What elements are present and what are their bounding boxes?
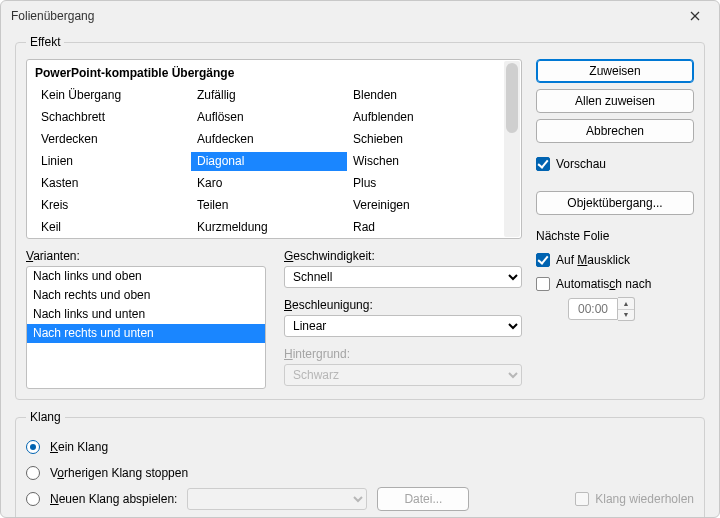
sound-none-label: Kein Klang (50, 440, 108, 454)
sound-stop-prev-radio[interactable] (26, 466, 40, 480)
effect-item[interactable]: Blenden (347, 86, 503, 105)
preview-checkbox[interactable] (536, 157, 550, 171)
effect-item[interactable]: Rad (347, 218, 503, 237)
variants-listbox[interactable]: Nach links und obenNach rechts und obenN… (26, 266, 266, 389)
effect-item[interactable]: Aufblenden (347, 108, 503, 127)
effect-item[interactable]: Kasten (35, 174, 191, 193)
dialog-window: Folienübergang Effekt PowerPoint-kompati… (0, 0, 720, 518)
effect-item[interactable]: Schieben (347, 130, 503, 149)
accel-label: Beschleunigung: (284, 298, 522, 312)
scrollbar-track[interactable] (504, 61, 520, 237)
effect-item[interactable]: Verdecken (35, 130, 191, 149)
effect-item[interactable]: Vereinigen (347, 196, 503, 215)
assign-button[interactable]: Zuweisen (536, 59, 694, 83)
sound-fieldset: Klang Kein Klang Vorherigen Klang stoppe… (15, 410, 705, 518)
on-click-label: Auf Mausklick (556, 253, 630, 267)
close-icon (690, 11, 700, 21)
time-spinner[interactable]: ▲ ▼ (618, 297, 635, 321)
background-label: Hintergrund: (284, 347, 522, 361)
effect-item[interactable]: Schachbrett (35, 108, 191, 127)
variant-item[interactable]: Nach rechts und unten (27, 324, 265, 343)
variant-item[interactable]: Nach links und oben (27, 267, 265, 286)
variant-item[interactable]: Nach rechts und oben (27, 286, 265, 305)
object-transition-button[interactable]: Objektübergang... (536, 191, 694, 215)
effect-item[interactable]: Wischen (347, 152, 503, 171)
nextslide-legend: Nächste Folie (536, 229, 694, 243)
sound-file-select (187, 488, 367, 510)
spinner-up-icon[interactable]: ▲ (618, 298, 634, 310)
effect-item[interactable]: Auflösen (191, 108, 347, 127)
titlebar: Folienübergang (1, 1, 719, 31)
effect-item[interactable]: Kein Übergang (35, 86, 191, 105)
effects-listbox[interactable]: PowerPoint-kompatible Übergänge Kein Übe… (26, 59, 522, 239)
effect-item[interactable]: Teilen (191, 196, 347, 215)
background-select: Schwarz (284, 364, 522, 386)
effect-item[interactable]: Linien (35, 152, 191, 171)
variants-label: Varianten: (26, 249, 266, 263)
sound-stop-prev-label: Vorherigen Klang stoppen (50, 466, 188, 480)
auto-after-time[interactable]: 00:00 ▲ ▼ (568, 297, 694, 321)
time-value[interactable]: 00:00 (568, 298, 618, 320)
variant-item[interactable]: Nach links und unten (27, 305, 265, 324)
scrollbar-thumb[interactable] (506, 63, 518, 133)
accel-select[interactable]: Linear (284, 315, 522, 337)
spinner-down-icon[interactable]: ▼ (618, 310, 634, 321)
window-close-button[interactable] (675, 2, 715, 30)
auto-after-label: Automatisch nach (556, 277, 651, 291)
effect-fieldset: Effekt PowerPoint-kompatible Übergänge K… (15, 35, 705, 400)
effect-item[interactable]: Diagonal (191, 152, 347, 171)
preview-label: Vorschau (556, 157, 606, 171)
speed-label: Geschwindigkeit: (284, 249, 522, 263)
auto-after-checkbox[interactable] (536, 277, 550, 291)
sound-play-new-radio[interactable] (26, 492, 40, 506)
sound-repeat-label: Klang wiederholen (595, 492, 694, 506)
sound-play-new-label: Neuen Klang abspielen: (50, 492, 177, 506)
sound-repeat-checkbox (575, 492, 589, 506)
assign-all-button[interactable]: Allen zuweisen (536, 89, 694, 113)
effect-legend: Effekt (26, 35, 64, 49)
effect-item[interactable]: Keil (35, 218, 191, 237)
effect-item[interactable]: Aufdecken (191, 130, 347, 149)
effect-item[interactable]: Kurzmeldung (191, 218, 347, 237)
sound-legend: Klang (26, 410, 65, 424)
effect-item[interactable]: Kreis (35, 196, 191, 215)
sound-none-radio[interactable] (26, 440, 40, 454)
speed-select[interactable]: Schnell (284, 266, 522, 288)
effects-section-header: PowerPoint-kompatible Übergänge (35, 66, 503, 80)
effect-item[interactable]: Zufällig (191, 86, 347, 105)
on-click-checkbox[interactable] (536, 253, 550, 267)
cancel-button[interactable]: Abbrechen (536, 119, 694, 143)
effect-item[interactable]: Plus (347, 174, 503, 193)
window-title: Folienübergang (11, 9, 94, 23)
effect-item[interactable]: Karo (191, 174, 347, 193)
sound-file-button: Datei... (377, 487, 469, 511)
